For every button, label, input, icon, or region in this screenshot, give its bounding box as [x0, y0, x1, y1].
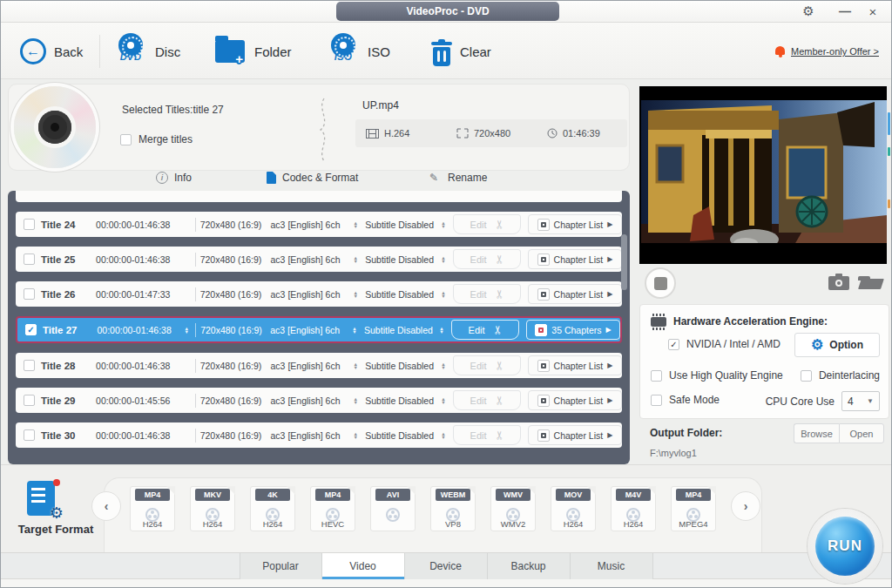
time-spinner-icon[interactable]: ▲▼ [182, 327, 191, 334]
subtitle-spinner-icon[interactable]: ▲▼ [439, 256, 448, 263]
title-checkbox[interactable]: ✓ [25, 324, 37, 335]
title-checkbox[interactable]: ✓ [24, 360, 35, 371]
browse-button[interactable]: Browse [794, 423, 839, 443]
subtitle-select[interactable]: Subtitle Disabled [365, 395, 439, 406]
format-card[interactable]: MP4 HEVC [310, 486, 355, 531]
subtitle-spinner-icon[interactable]: ▲▼ [439, 221, 448, 228]
list-scrollbar[interactable] [621, 234, 627, 290]
format-card[interactable]: MKV H264 [190, 486, 235, 531]
title-checkbox[interactable]: ✓ [24, 288, 35, 300]
title-row[interactable]: ✓ Title 30 00:00:00-01:46:38 ▲▼ 720x480 … [16, 422, 622, 448]
audio-select[interactable]: ac3 [English] 6ch [271, 430, 352, 441]
folder-button[interactable]: Folder [213, 33, 292, 70]
merge-titles-checkbox[interactable]: ✓ Merge titles [120, 133, 193, 145]
edit-button[interactable]: Edit ✂ [453, 249, 521, 269]
chapter-list-button[interactable]: Chapter List ▶ [528, 425, 622, 445]
title-checkbox[interactable]: ✓ [24, 219, 35, 230]
category-tab[interactable]: Video [322, 553, 405, 579]
chapter-list-button[interactable]: Chapter List ▶ [528, 390, 622, 410]
format-card[interactable]: MOV H264 [551, 486, 596, 531]
scroll-right-button[interactable]: › [731, 491, 760, 521]
run-button[interactable]: RUN [808, 509, 882, 584]
subtitle-select[interactable]: Subtitle Disabled [364, 325, 437, 335]
edit-button[interactable]: Edit ✂ [453, 284, 521, 304]
safe-mode-checkbox[interactable]: ✓ [651, 395, 662, 406]
scissors-icon[interactable]: ✂ [492, 220, 505, 229]
category-tab[interactable]: Device [405, 553, 488, 579]
title-row[interactable]: ✓ Title 24 00:00:00-01:46:38 ▲▼ 720x480 … [16, 212, 622, 237]
edit-button[interactable]: Edit ✂ [453, 425, 521, 445]
subtitle-spinner-icon[interactable]: ▲▼ [439, 432, 448, 439]
settings-gear-icon[interactable]: ⚙ [797, 3, 820, 20]
subtitle-spinner-icon[interactable]: ▲▼ [437, 327, 446, 334]
tab-rename[interactable]: ✎ Rename [429, 172, 487, 184]
subtitle-spinner-icon[interactable]: ▲▼ [439, 362, 448, 369]
format-card[interactable]: AVI [370, 486, 416, 531]
member-offer-link[interactable]: Member-only Offer > [774, 45, 879, 57]
deinterlacing-checkbox[interactable]: ✓ [801, 370, 812, 382]
title-row[interactable]: ✓ Title 29 00:00:00-01:45:56 ▲▼ 720x480 … [16, 388, 622, 413]
subtitle-select[interactable]: Subtitle Disabled [365, 430, 439, 441]
iso-button[interactable]: ISO ISO [327, 33, 390, 70]
audio-spinner-icon[interactable]: ▲▼ [350, 327, 359, 334]
deinterlacing-checkbox-row[interactable]: ✓ Deinterlacing [801, 369, 880, 382]
title-row[interactable]: ✓ Title 28 00:00:00-01:46:38 ▲▼ 720x480 … [16, 353, 622, 378]
audio-spinner-icon[interactable]: ▲▼ [351, 362, 360, 369]
category-tab[interactable]: Music [571, 553, 653, 579]
cpu-core-select[interactable]: 4▼ [841, 391, 880, 411]
scroll-left-button[interactable]: ‹ [91, 491, 121, 521]
back-button[interactable]: ← Back [20, 33, 83, 70]
chapter-list-button[interactable]: Chapter List ▶ [528, 284, 622, 304]
scissors-icon[interactable]: ✂ [492, 395, 505, 405]
high-quality-checkbox-row[interactable]: ✓ Use High Quality Engine [651, 369, 783, 382]
audio-select[interactable]: ac3 [English] 6ch [271, 289, 352, 300]
scissors-icon[interactable]: ✂ [492, 430, 505, 440]
edit-button[interactable]: Edit ✂ [453, 390, 521, 410]
chapter-list-button[interactable]: 35 Chapters ▶ [526, 320, 620, 340]
tab-codec-format[interactable]: Codec & Format [267, 172, 358, 184]
format-card[interactable]: MP4 H264 [130, 486, 175, 531]
title-row[interactable]: ✓ Title 26 00:00:00-01:47:33 ▲▼ 720x480 … [16, 281, 622, 307]
title-checkbox[interactable]: ✓ [24, 429, 35, 441]
format-card[interactable]: WMV WMV2 [490, 486, 536, 531]
title-checkbox[interactable]: ✓ [24, 253, 35, 265]
format-card[interactable]: 4K H264 [250, 486, 295, 531]
audio-spinner-icon[interactable]: ▲▼ [351, 291, 360, 298]
subtitle-select[interactable]: Subtitle Disabled [365, 220, 439, 230]
audio-spinner-icon[interactable]: ▲▼ [351, 256, 360, 263]
chapter-list-button[interactable]: Chapter List ▶ [528, 249, 622, 269]
edit-button[interactable]: Edit ✂ [451, 320, 519, 340]
edit-button[interactable]: Edit ✂ [453, 214, 521, 234]
audio-select[interactable]: ac3 [English] 6ch [271, 395, 352, 406]
subtitle-spinner-icon[interactable]: ▲▼ [439, 291, 448, 298]
title-row[interactable]: ✓ Title 27 00:00:00-01:46:38 ▲▼ 720x480 … [16, 316, 622, 343]
gpu-checkbox[interactable]: ✓ [668, 339, 679, 350]
scissors-icon[interactable]: ✂ [492, 254, 505, 264]
audio-select[interactable]: ac3 [English] 6ch [270, 325, 350, 335]
high-quality-checkbox[interactable]: ✓ [651, 370, 662, 382]
audio-select[interactable]: ac3 [English] 6ch [271, 220, 352, 230]
minimize-button[interactable]: — [834, 3, 856, 20]
tab-info[interactable]: i Info [156, 172, 192, 184]
format-card[interactable]: WEBM VP8 [430, 486, 476, 531]
chapter-list-button[interactable]: Chapter List ▶ [528, 214, 622, 234]
subtitle-spinner-icon[interactable]: ▲▼ [439, 397, 448, 404]
format-card[interactable]: MP4 MPEG4 [671, 486, 716, 531]
audio-spinner-icon[interactable]: ▲▼ [351, 221, 360, 228]
gpu-checkbox-row[interactable]: ✓ NVIDIA / Intel / AMD [668, 338, 780, 350]
edit-button[interactable]: Edit ✂ [453, 355, 521, 375]
title-row[interactable]: ✓ Title 25 00:00:00-01:46:38 ▲▼ 720x480 … [16, 247, 622, 272]
scissors-icon[interactable]: ✂ [492, 361, 505, 370]
safe-mode-checkbox-row[interactable]: ✓ Safe Mode [651, 394, 720, 406]
category-tab[interactable]: Popular [240, 553, 322, 579]
snapshot-camera-icon[interactable] [828, 276, 849, 290]
subtitle-select[interactable]: Subtitle Disabled [365, 254, 439, 265]
format-card[interactable]: M4V H264 [611, 486, 656, 531]
video-preview[interactable] [639, 86, 889, 264]
option-button[interactable]: ⚙ Option [794, 333, 880, 357]
category-tab[interactable]: Backup [488, 553, 571, 579]
scissors-icon[interactable]: ✂ [492, 289, 505, 299]
subtitle-select[interactable]: Subtitle Disabled [365, 289, 439, 300]
stop-button[interactable] [645, 267, 676, 299]
subtitle-select[interactable]: Subtitle Disabled [365, 361, 439, 371]
